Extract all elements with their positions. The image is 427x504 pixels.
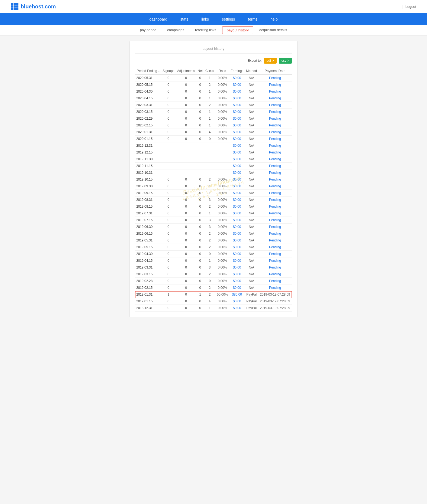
table-cell: 0	[176, 264, 196, 271]
table-cell: 0.00%	[216, 217, 229, 224]
table-row: 2019.04.3000000.00%$0.00N/APending	[135, 251, 292, 257]
top-bar: bluehost.com | Logout	[0, 0, 427, 13]
table-cell: 3	[204, 264, 216, 271]
table-cell: Pending	[258, 156, 292, 163]
table-cell: Pending	[258, 129, 292, 136]
table-cell	[196, 163, 204, 169]
table-cell: Pending	[258, 115, 292, 122]
table-cell: $0.00	[229, 224, 245, 230]
main-nav: dashboardstatslinkssettingstermshelp	[0, 13, 427, 25]
table-cell: $0.00	[229, 237, 245, 244]
table-cell: N/A	[245, 210, 258, 217]
sub-nav-item-pay-period[interactable]: pay period	[134, 25, 162, 35]
logout-link[interactable]: Logout	[405, 5, 416, 9]
table-cell: 0	[161, 81, 176, 88]
column-header: Clicks	[204, 67, 216, 75]
sub-nav-item-payout-history[interactable]: payout history	[222, 26, 253, 34]
table-cell: 0	[161, 244, 176, 251]
table-cell: 0	[176, 109, 196, 115]
export-label: Export to:	[248, 59, 261, 63]
sub-nav-item-acquisition-details[interactable]: acquisition details	[254, 25, 293, 35]
table-cell	[216, 156, 229, 163]
table-cell: $0.00	[229, 305, 245, 312]
payout-table: Period Ending ↓SignupsAdjustmentsNetClic…	[135, 67, 292, 312]
table-cell: 0	[161, 217, 176, 224]
main-nav-item-dashboard[interactable]: dashboard	[143, 13, 174, 25]
table-cell: Pending	[258, 122, 292, 129]
table-cell: 0	[161, 115, 176, 122]
export-pdf-button[interactable]: pdf >	[264, 58, 277, 64]
table-cell	[196, 149, 204, 156]
main-nav-item-links[interactable]: links	[195, 13, 215, 25]
table-cell: 2	[204, 291, 216, 298]
table-cell: 2020.03.15	[135, 109, 161, 115]
table-cell: 2	[204, 230, 216, 237]
table-cell: 2020.01.15	[135, 136, 161, 142]
column-header: Signups	[161, 67, 176, 75]
table-cell: 0	[161, 102, 176, 109]
table-cell: $0.00	[229, 176, 245, 183]
table-cell: 0	[196, 190, 204, 197]
table-cell: 0	[176, 251, 196, 257]
table-cell: 1	[204, 88, 216, 95]
table-cell: $0.00	[229, 264, 245, 271]
table-cell: 0	[161, 230, 176, 237]
sub-nav: pay periodcampaignsreferring linkspayout…	[0, 25, 427, 35]
table-cell: 0	[176, 291, 196, 298]
table-cell: $0.00	[229, 284, 245, 291]
table-cell: $0.00	[229, 251, 245, 257]
table-cell: 0.00%	[216, 257, 229, 264]
main-nav-item-help[interactable]: help	[264, 13, 284, 25]
logo-text: bluehost.com	[21, 4, 56, 10]
table-cell: N/A	[245, 224, 258, 230]
table-cell: Pending	[258, 169, 292, 176]
table-cell: 0	[196, 176, 204, 183]
table-cell: N/A	[245, 136, 258, 142]
table-cell: 0	[176, 136, 196, 142]
table-cell: N/A	[245, 284, 258, 291]
table-cell: Pending	[258, 75, 292, 81]
main-nav-item-stats[interactable]: stats	[174, 13, 195, 25]
table-cell: 1	[204, 95, 216, 102]
export-csv-button[interactable]: csv >	[279, 58, 292, 64]
table-cell: 0	[196, 183, 204, 190]
table-row: 2019.03.3100030.00%$0.00N/APending	[135, 264, 292, 271]
table-cell: 0	[196, 129, 204, 136]
sub-nav-item-referring-links[interactable]: referring links	[190, 25, 222, 35]
column-header: Ratio	[216, 67, 229, 75]
table-cell: 0	[196, 75, 204, 81]
table-cell: 2019-03-19 07:28:09	[258, 305, 292, 312]
table-cell	[216, 163, 229, 169]
table-cell: N/A	[245, 81, 258, 88]
table-cell: 1	[204, 190, 216, 197]
table-cell: $0.00	[229, 210, 245, 217]
table-cell: $0.00	[229, 197, 245, 203]
main-nav-item-settings[interactable]: settings	[215, 13, 241, 25]
table-cell: 0	[196, 122, 204, 129]
table-cell: 1	[204, 257, 216, 264]
table-cell: Pending	[258, 81, 292, 88]
table-cell: 2019.05.31	[135, 237, 161, 244]
table-cell: $0.00	[229, 109, 245, 115]
table-cell: $0.00	[229, 190, 245, 197]
table-cell: 2020.02.15	[135, 122, 161, 129]
table-cell: 4	[204, 129, 216, 136]
table-cell: N/A	[245, 244, 258, 251]
table-cell: 0.00%	[216, 176, 229, 183]
table-cell: 2019.10.15	[135, 176, 161, 183]
table-cell: 0	[196, 224, 204, 230]
table-cell: 0	[161, 210, 176, 217]
content-area: payout history Export to: pdf > csv > Pa…	[130, 41, 297, 317]
table-cell: 0.00%	[216, 88, 229, 95]
table-cell: 0.00%	[216, 244, 229, 251]
main-nav-item-terms[interactable]: terms	[241, 13, 264, 25]
table-cell	[204, 149, 216, 156]
table-cell: Pending	[258, 224, 292, 230]
table-cell: 0	[196, 136, 204, 142]
table-cell: 0.00%	[216, 109, 229, 115]
sub-nav-item-campaigns[interactable]: campaigns	[162, 25, 190, 35]
table-cell: 3	[204, 217, 216, 224]
table-row: 2019.08.3100030.00%$0.00N/APending	[135, 197, 292, 203]
table-cell: 0	[161, 122, 176, 129]
table-cell: N/A	[245, 176, 258, 183]
